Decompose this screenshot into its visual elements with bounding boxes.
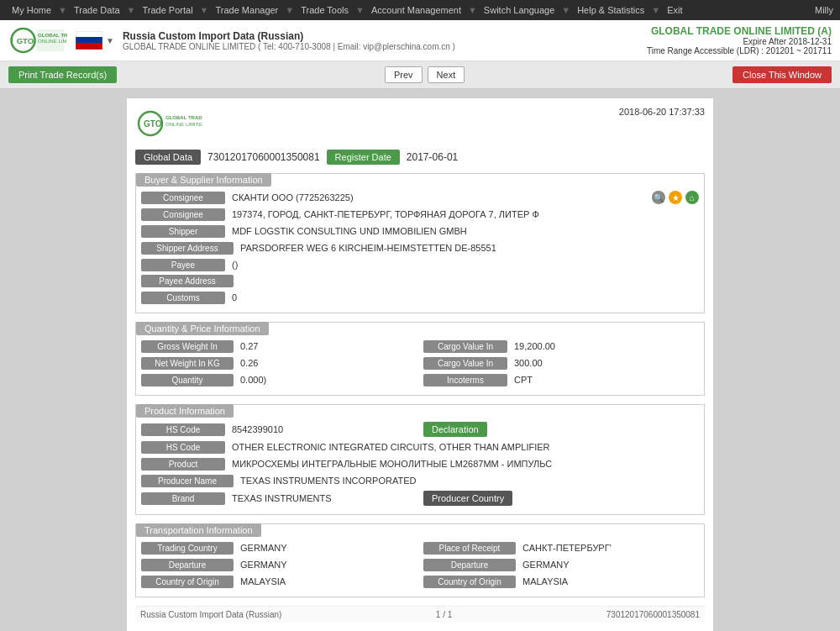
hs-code-row-1: HS Code 8542399010 Declaration bbox=[141, 422, 699, 437]
register-date-label: Register Date bbox=[327, 150, 400, 165]
transportation-title-row: Transportation Information bbox=[136, 524, 704, 536]
shipper-address-label: Shipper Address bbox=[141, 242, 234, 255]
incoterms-label: Incoterms bbox=[423, 374, 507, 386]
footer-page: 1 / 1 bbox=[436, 610, 452, 619]
shipper-label: Shipper bbox=[141, 225, 225, 238]
payee-label: Payee bbox=[141, 259, 225, 271]
qty-row-3: Quantity 0.000) Incoterms CPT bbox=[141, 373, 699, 386]
next-button-top[interactable]: Next bbox=[428, 66, 465, 83]
product-name-label: Product bbox=[141, 458, 225, 471]
hs-code-desc-label: HS Code bbox=[141, 441, 225, 454]
current-user: Milly bbox=[815, 5, 833, 15]
svg-text:GTO: GTO bbox=[144, 119, 162, 129]
cargo-value-2-label: Cargo Value In bbox=[423, 357, 507, 370]
record-footer: Russia Custom Import Data (Russian) 1 / … bbox=[135, 606, 705, 623]
buyer-supplier-body: Consignee СКАНТИ ООО (7725263225) 🔍 ★ ⌂ … bbox=[136, 186, 704, 313]
quantity-label: Quantity bbox=[141, 374, 234, 386]
time-range: Time Range Accessible (LDR) : 201201 ~ 2… bbox=[647, 46, 832, 55]
nav-exit[interactable]: Exit bbox=[662, 3, 687, 17]
hs-code-label-1: HS Code bbox=[141, 423, 225, 436]
top-toolbar: Print Trade Record(s) Prev Next Close Th… bbox=[0, 61, 840, 89]
consignee-1-value: СКАНТИ ООО (7725263225) bbox=[228, 191, 645, 204]
gross-weight-label: Gross Weight In bbox=[141, 340, 234, 353]
field-payee-address: Payee Address bbox=[141, 275, 699, 287]
place-receipt-label: Place of Receipt bbox=[423, 542, 516, 555]
nav-help-statistics[interactable]: Help & Statistics bbox=[572, 3, 649, 17]
quantity-price-section: Quantity & Price Information Gross Weigh… bbox=[135, 322, 705, 396]
register-date-value: 2017-06-01 bbox=[407, 151, 458, 163]
gto-logo: GTO GLOBAL TRADE ONLINE LIMITED bbox=[8, 24, 67, 57]
nav-trade-manager[interactable]: Trade Manager bbox=[210, 3, 283, 17]
shipper-value: MDF LOGSTIK CONSULTING UND IMMOBILIEN GM… bbox=[228, 224, 699, 238]
country-origin-2-label: Country of Origin bbox=[423, 576, 516, 588]
customs-value: 0 bbox=[228, 291, 699, 304]
field-payee: Payee () bbox=[141, 258, 699, 271]
main-content: GTO GLOBAL TRADE ONLINE LIMITED 2018-06-… bbox=[0, 89, 840, 631]
transport-row-1: Trading Country GERMANY Place of Receipt… bbox=[141, 541, 699, 555]
product-section: Product Information HS Code 8542399010 D… bbox=[135, 404, 705, 515]
product-body: HS Code 8542399010 Declaration HS Code O… bbox=[136, 417, 704, 514]
nav-trade-tools[interactable]: Trade Tools bbox=[296, 3, 354, 17]
buyer-supplier-section: Buyer & Supplier Information Consignee С… bbox=[135, 173, 705, 313]
svg-rect-7 bbox=[76, 43, 102, 50]
brand-col-1: Brand TEXAS INSTRUMENTS bbox=[141, 492, 417, 505]
print-button-top[interactable]: Print Trade Record(s) bbox=[8, 66, 117, 83]
field-producer-name: Producer Name TEXAS INSTRUMENTS INCORPOR… bbox=[141, 474, 699, 487]
departure-2-label: Departure bbox=[423, 559, 516, 571]
country-origin-1-value: MALAYSIA bbox=[237, 575, 417, 588]
svg-text:ONLINE LIMITED: ONLINE LIMITED bbox=[165, 122, 202, 127]
nav-my-home[interactable]: My Home bbox=[7, 3, 56, 17]
qty-col-2-2: Cargo Value In 300.00 bbox=[423, 356, 699, 370]
brand-label: Brand bbox=[141, 492, 225, 505]
close-button-top[interactable]: Close This Window bbox=[732, 66, 832, 83]
gross-weight-value: 0.27 bbox=[237, 339, 417, 353]
toolbar-right: Close This Window bbox=[732, 66, 832, 83]
svg-text:GTO: GTO bbox=[17, 36, 34, 45]
prev-button-top[interactable]: Prev bbox=[385, 66, 423, 83]
net-weight-value: 0.26 bbox=[237, 356, 417, 370]
search-icon[interactable]: 🔍 bbox=[652, 191, 665, 204]
nav-trade-portal[interactable]: Trade Portal bbox=[137, 3, 197, 17]
qty-col-1-2: Cargo Value In 19,200.00 bbox=[423, 339, 699, 353]
global-data-label: Global Data bbox=[135, 150, 201, 165]
product-label: Product Information bbox=[136, 404, 234, 418]
footer-source: Russia Custom Import Data (Russian) bbox=[140, 610, 281, 619]
transport-col-1-1: Trading Country GERMANY bbox=[141, 541, 417, 555]
page-header: GTO GLOBAL TRADE ONLINE LIMITED ▼ Russia… bbox=[0, 20, 840, 61]
field-consignee-2: Consignee 197374, ГОРОД, САНКТ-ПЕТЕРБУРГ… bbox=[141, 208, 699, 221]
qty-row-2: Net Weight In KG 0.26 Cargo Value In 300… bbox=[141, 356, 699, 370]
qty-col-3-1: Quantity 0.000) bbox=[141, 373, 417, 386]
quantity-price-body: Gross Weight In 0.27 Cargo Value In 19,2… bbox=[136, 334, 704, 395]
footer-record-id: 73012017060001350081 bbox=[606, 610, 700, 619]
flag-dropdown[interactable]: ▼ bbox=[106, 36, 114, 45]
field-shipper: Shipper MDF LOGSTIK CONSULTING UND IMMOB… bbox=[141, 224, 699, 238]
quantity-price-label: Quantity & Price Information bbox=[136, 322, 269, 335]
declaration-button[interactable]: Declaration bbox=[423, 422, 487, 437]
nav-switch-language[interactable]: Switch Language bbox=[479, 3, 559, 17]
quantity-value: 0.000) bbox=[237, 373, 417, 386]
brand-col-2: Producer Country bbox=[423, 491, 699, 506]
record-datetime: 2018-06-20 17:37:33 bbox=[619, 107, 705, 117]
nav-account-management[interactable]: Account Management bbox=[366, 3, 466, 17]
departure-2-value: GERMANY bbox=[519, 558, 699, 571]
field-customs: Customs 0 bbox=[141, 291, 699, 304]
gto-full-name: GLOBAL TRADE ONLINE LIMITED (A) bbox=[647, 25, 832, 37]
home-icon[interactable]: ⌂ bbox=[685, 191, 699, 204]
shipper-address-value: PARSDORFER WEG 6 KIRCHEIM-HEIMSTETTEN DE… bbox=[237, 241, 699, 255]
star-icon[interactable]: ★ bbox=[669, 191, 682, 204]
record-panel: GTO GLOBAL TRADE ONLINE LIMITED 2018-06-… bbox=[126, 97, 714, 631]
place-receipt-value: САНКТ-ПЕТЕРБУРГ' bbox=[519, 541, 699, 555]
header-right: GLOBAL TRADE ONLINE LIMITED (A) Expire A… bbox=[647, 25, 832, 55]
country-origin-1-label: Country of Origin bbox=[141, 576, 234, 588]
transport-col-3-2: Country of Origin MALAYSIA bbox=[423, 575, 699, 588]
country-origin-2-value: MALAYSIA bbox=[519, 575, 699, 588]
logo-box: GTO GLOBAL TRADE ONLINE LIMITED bbox=[8, 24, 67, 57]
russia-flag bbox=[76, 31, 102, 50]
producer-country-button[interactable]: Producer Country bbox=[423, 491, 512, 506]
qty-col-2-1: Net Weight In KG 0.26 bbox=[141, 356, 417, 370]
nav-trade-data[interactable]: Trade Data bbox=[69, 3, 125, 17]
transport-col-2-1: Departure GERMANY bbox=[141, 558, 417, 571]
global-data-value: 73012017060001350081 bbox=[207, 151, 319, 163]
transport-col-1-2: Place of Receipt САНКТ-ПЕТЕРБУРГ' bbox=[423, 541, 699, 555]
qty-row-1: Gross Weight In 0.27 Cargo Value In 19,2… bbox=[141, 339, 699, 353]
